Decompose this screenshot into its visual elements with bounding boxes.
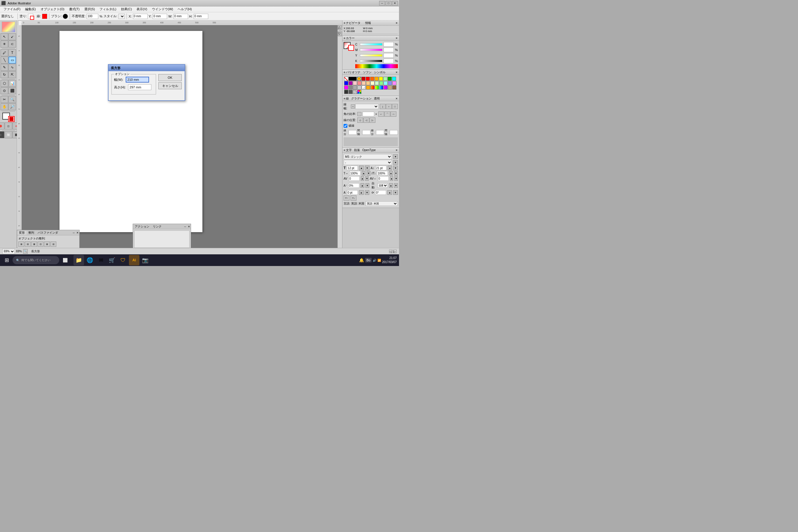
nav-arrow-left[interactable]: ◁ xyxy=(389,250,393,253)
scale-h-input[interactable] xyxy=(349,171,361,176)
task-view-button[interactable]: ⬜ xyxy=(60,255,70,265)
tab-transform[interactable]: 変形 xyxy=(17,231,26,235)
ok-button[interactable]: OK xyxy=(158,74,182,81)
zoom-btn[interactable]: 🔍 xyxy=(23,249,28,254)
swatch-14[interactable] xyxy=(366,81,370,85)
scissors-tool[interactable]: ✂ xyxy=(1,96,8,103)
color-spectrum[interactable] xyxy=(355,64,398,68)
swatch-23[interactable] xyxy=(353,86,357,90)
swatch-28[interactable] xyxy=(375,86,379,90)
column-graph-tool[interactable]: ⬛ xyxy=(8,87,16,94)
y-slider[interactable] xyxy=(360,54,382,57)
taskbar-search[interactable]: 🔍 何でも聞いてください xyxy=(13,256,59,264)
stroke-tool-swatch[interactable] xyxy=(8,116,15,122)
rect-tool[interactable]: ▭ xyxy=(8,57,16,63)
menu-view[interactable]: 表示(V) xyxy=(134,6,150,12)
swatch-35[interactable] xyxy=(353,90,357,94)
subscript-btn[interactable]: T↓ xyxy=(350,195,356,201)
stroke-close[interactable]: ✕ xyxy=(396,97,398,100)
y-input[interactable] xyxy=(383,53,394,58)
swatch-3[interactable] xyxy=(370,77,374,81)
cap-round[interactable]: ○ xyxy=(386,104,392,109)
magic-wand-tool[interactable]: ✳ xyxy=(1,40,8,48)
swatch-9[interactable] xyxy=(344,81,348,85)
taskbar-app-store[interactable]: 🛒 xyxy=(107,255,117,265)
stroke-color-swatch[interactable] xyxy=(42,14,47,19)
align-bottom[interactable]: ⊟ xyxy=(51,242,56,247)
swatch-7[interactable] xyxy=(387,77,392,81)
swatch-32[interactable] xyxy=(392,86,396,90)
taskbar-app-edge[interactable]: 🌐 xyxy=(84,255,95,265)
swatch-16[interactable] xyxy=(375,81,379,85)
swatch-panel-header[interactable]: ◆ パリオツナ ソフン シンボル ✕ xyxy=(342,70,399,75)
menu-file[interactable]: ファイル(F) xyxy=(1,6,23,12)
h-input[interactable] xyxy=(194,14,208,19)
pt-down[interactable]: ▼ xyxy=(365,190,369,195)
rotate-up[interactable]: ▲ xyxy=(387,190,392,195)
language-select[interactable]: 英語: 米国 xyxy=(365,201,398,206)
leading-down[interactable]: ▼ xyxy=(393,166,398,170)
taskbar-app-mail[interactable]: ✉ xyxy=(96,255,106,265)
y-input[interactable] xyxy=(153,14,167,19)
text-tool[interactable]: T xyxy=(8,49,16,56)
swatch-11[interactable] xyxy=(353,81,357,85)
gap1-input[interactable] xyxy=(362,130,370,135)
font-family-select[interactable]: MS ゴシック xyxy=(344,154,392,159)
tab-link[interactable]: リンク xyxy=(151,225,163,229)
close-button[interactable]: ✕ xyxy=(392,1,398,5)
corner-input[interactable] xyxy=(363,112,374,116)
zoom-select[interactable]: 69% xyxy=(2,249,15,254)
tab-action[interactable]: アクション xyxy=(133,225,151,229)
align-right[interactable]: ⊠ xyxy=(31,242,37,247)
tab-align[interactable]: 整列 xyxy=(26,231,36,235)
full-view-btn[interactable]: ⬜ xyxy=(5,131,12,138)
tab-pathfinder[interactable]: パスファインダ xyxy=(36,231,60,235)
m-slider[interactable] xyxy=(360,49,382,51)
fill-swatch[interactable] xyxy=(28,14,33,19)
font-size-input[interactable] xyxy=(347,166,358,170)
normal-view-btn[interactable]: □ xyxy=(0,131,4,138)
minimize-button[interactable]: ─ xyxy=(379,1,385,5)
align-left[interactable]: ⊞ xyxy=(18,242,24,247)
join-miter[interactable]: ⌐ xyxy=(378,111,384,117)
c-input[interactable] xyxy=(383,42,394,47)
stroke-width-select[interactable] xyxy=(355,104,379,109)
align-top[interactable]: ⊡ xyxy=(38,242,43,247)
rotate-down[interactable]: ▼ xyxy=(393,190,398,195)
swatch-15[interactable] xyxy=(370,81,375,85)
smooth-tool[interactable]: ∿ xyxy=(8,64,16,71)
direct-select-tool[interactable]: ↙ xyxy=(8,33,16,40)
swatch-12[interactable] xyxy=(357,81,361,85)
leading-up[interactable]: ▲ xyxy=(387,166,392,170)
swatch-1[interactable] xyxy=(361,77,365,81)
pt-input[interactable] xyxy=(347,190,358,195)
swatch-2[interactable] xyxy=(366,77,370,81)
baseline-up[interactable]: ▲ xyxy=(361,183,364,188)
gradient-mode-btn[interactable]: ◫ xyxy=(5,122,12,130)
taskbar-app-defender[interactable]: 🛡 xyxy=(118,255,128,265)
swatch-none[interactable] xyxy=(344,77,348,81)
stroke-swatch-overlay[interactable] xyxy=(30,16,34,20)
swatch-10[interactable] xyxy=(348,81,353,85)
cap-butt[interactable]: | xyxy=(380,104,385,109)
x-input[interactable] xyxy=(133,14,148,19)
font-size-up[interactable]: ▲ xyxy=(359,166,364,170)
navigator-close[interactable]: ✕ xyxy=(396,22,398,24)
navigator-panel-header[interactable]: ◆ ナビゲータ 情報 ✕ xyxy=(342,20,399,26)
warp-tool[interactable]: ⬡ xyxy=(1,80,8,87)
swatch-30[interactable] xyxy=(383,86,387,90)
auto-select[interactable]: 自動 xyxy=(377,183,388,188)
swatch-5[interactable] xyxy=(379,77,383,81)
scale-tool[interactable]: ⇱ xyxy=(8,71,16,78)
scale-v-down[interactable]: ▼ xyxy=(394,171,398,176)
color-close[interactable]: ✕ xyxy=(396,37,398,40)
font-style-select[interactable]: - xyxy=(344,160,392,165)
menu-type[interactable]: 書式(T) xyxy=(67,6,82,12)
dash1-input[interactable] xyxy=(348,130,357,135)
action-minimize[interactable]: ─ xyxy=(184,225,187,228)
select-tool[interactable]: ↖ xyxy=(1,33,8,40)
nav-arrow-right[interactable]: ▷ xyxy=(393,250,397,253)
kerning-input[interactable] xyxy=(348,176,360,181)
rotate-input[interactable] xyxy=(375,190,386,195)
menu-effect[interactable]: 効果(C) xyxy=(119,6,134,12)
